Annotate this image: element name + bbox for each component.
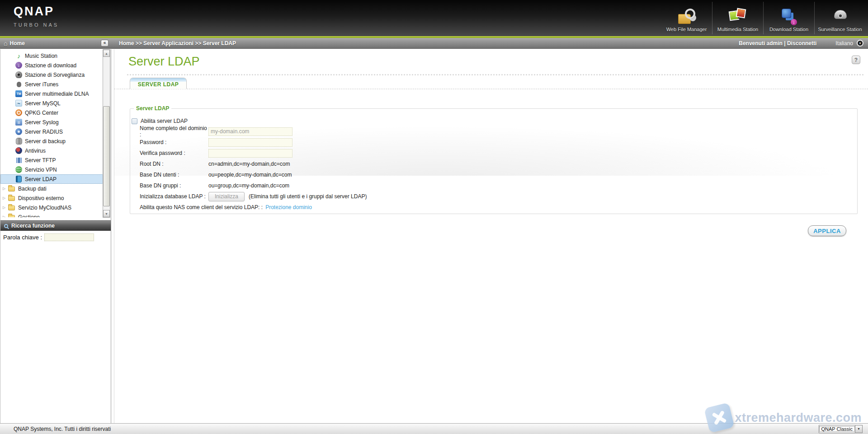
shortcut-label: Web File Manager: [666, 27, 707, 32]
ldap-form: Abilita server LDAPNome completo del dom…: [130, 116, 857, 213]
form-row-users-base-dn: Base DN utenti :ou=people,dc=my-domain,d…: [130, 169, 857, 180]
main-content: Server LDAP ? SERVER LDAP Server LDAP Ab…: [114, 49, 868, 423]
sidebar-item[interactable]: Server MySQL: [0, 98, 103, 108]
expand-icon[interactable]: ▷: [3, 196, 8, 200]
shortcut-multimedia-station[interactable]: Multimedia Station: [712, 2, 763, 34]
sidebar-item[interactable]: Stazione di Sorveglianza: [0, 70, 103, 79]
shortcut-label: Multimedia Station: [717, 27, 759, 32]
form-row-full-domain-name: Nome completo del dominio :: [130, 126, 857, 137]
expand-icon[interactable]: ▷: [3, 187, 8, 191]
keyword-search-row: Parola chiave :: [0, 233, 111, 241]
scroll-down-icon[interactable]: ▼: [103, 210, 110, 217]
form-row-enable-ldap-server: Abilita server LDAP: [130, 116, 857, 126]
app-header: QNAP TURBO NAS Web File ManagerMultimedi…: [0, 0, 868, 36]
sidebar-item-label: Server MySQL: [25, 100, 61, 107]
keyword-label: Parola chiave :: [3, 234, 42, 241]
ldap-client-label: Abilita questo NAS come client del servi…: [140, 204, 263, 210]
domain-security-link[interactable]: Protezione dominio: [265, 204, 312, 210]
sidebar-item[interactable]: Server TFTP: [0, 155, 103, 165]
groups-base-dn-value: ou=group,dc=my-domain,dc=com: [208, 182, 289, 189]
initialize-ldap-database-note: (Elimina tutti gli utenti e i gruppi dal…: [249, 193, 367, 200]
sidebar-item[interactable]: Music Station: [0, 51, 103, 61]
user-separator: |: [783, 40, 787, 47]
theme-select[interactable]: QNAP Classic ▼: [819, 425, 863, 433]
sidebar-item-label: Gestione: [18, 214, 40, 218]
sidebar-item-label: Backup dati: [18, 186, 47, 192]
scrollbar-thumb[interactable]: [103, 106, 110, 206]
folder-icon: [8, 205, 15, 210]
sidebar-menu: Music StationStazione di downloadStazion…: [0, 49, 103, 217]
apple-icon: [15, 81, 22, 88]
multimedia-station-icon: [727, 7, 748, 25]
sidebar-item[interactable]: Server LDAP: [0, 174, 103, 184]
users-base-dn-label: Base DN utenti :: [140, 172, 208, 178]
root-dn-label: Root DN :: [140, 161, 208, 167]
sidebar-item[interactable]: ▷Backup dati: [0, 184, 103, 193]
sidebar-item-label: Server TFTP: [25, 157, 56, 163]
header-shortcuts: Web File ManagerMultimedia StationDownlo…: [661, 2, 865, 34]
sidebar-item[interactable]: Servizio VPN: [0, 165, 103, 174]
password-label: Password :: [140, 139, 208, 145]
logo-subtitle: TURBO NAS: [14, 22, 59, 28]
tab-server-ldap[interactable]: SERVER LDAP: [130, 78, 187, 89]
tab-label: SERVER LDAP: [138, 81, 179, 88]
language-selector[interactable]: Italiano ▼: [835, 40, 863, 47]
verify-password-input[interactable]: [208, 149, 292, 158]
sidebar-item[interactable]: Server multimediale DLNA: [0, 89, 103, 98]
navigation-bar: ⌂ Home « Home >> Server Applicazioni >> …: [0, 38, 868, 49]
logout-link[interactable]: Disconnetti: [787, 40, 816, 47]
password-input[interactable]: [208, 138, 292, 147]
sidebar-item[interactable]: ▷Servizio MyCloudNAS: [0, 203, 103, 212]
sidebar-item-label: Server multimediale DLNA: [25, 91, 89, 97]
initialize-ldap-database-button[interactable]: Inizializza: [208, 192, 245, 201]
download-station-icon: [778, 7, 799, 25]
full-domain-name-input[interactable]: [208, 127, 292, 136]
search-icon: [4, 224, 8, 228]
form-row-root-dn: Root DN :cn=admin,dc=my-domain,dc=com: [130, 159, 857, 169]
sidebar-item[interactable]: Server iTunes: [0, 79, 103, 89]
tftp-icon: [15, 157, 22, 163]
backup-drum-icon: [15, 138, 22, 145]
theme-dropdown-icon[interactable]: ▼: [855, 425, 862, 433]
sidebar-item-label: Server LDAP: [25, 176, 57, 182]
sidebar-item-label: Antivirus: [25, 148, 46, 154]
groups-base-dn-label: Base DN gruppi :: [140, 182, 208, 189]
sidebar-item[interactable]: Server RADIUS: [0, 127, 103, 136]
page-title: Server LDAP: [128, 55, 200, 69]
shortcut-surveillance-station[interactable]: Surveillance Station: [814, 2, 865, 34]
expand-icon[interactable]: ▷: [3, 215, 8, 217]
sidebar-item[interactable]: Antivirus: [0, 146, 103, 155]
surveillance-station-icon: [830, 7, 850, 25]
sidebar-item-label: Server Syslog: [25, 119, 59, 126]
sidebar-item-label: Dispositivo esterno: [18, 195, 64, 201]
music-station-icon: [15, 52, 22, 59]
form-row-groups-base-dn: Base DN gruppi :ou=group,dc=my-domain,dc…: [130, 180, 857, 191]
home-icon: ⌂: [4, 40, 7, 47]
enable-ldap-server-checkbox[interactable]: [132, 118, 137, 124]
sidebar-scrollbar[interactable]: ▲ ▼: [103, 49, 110, 218]
mysql-icon: [15, 100, 22, 107]
shortcut-web-file-manager[interactable]: Web File Manager: [661, 2, 712, 34]
sidebar-collapse-button[interactable]: «: [101, 40, 108, 47]
sidebar-item[interactable]: QPKG Center: [0, 108, 103, 117]
shortcut-label: Surveillance Station: [818, 27, 862, 32]
apply-button[interactable]: APPLICA: [808, 225, 846, 236]
sidebar-item[interactable]: ▷Gestione: [0, 212, 103, 217]
language-dropdown-icon[interactable]: ▼: [857, 40, 863, 47]
sidebar-item[interactable]: Server Syslog: [0, 117, 103, 127]
help-button[interactable]: ?: [852, 56, 860, 64]
keyword-input[interactable]: [44, 233, 94, 241]
sidebar-item[interactable]: ▷Dispositivo esterno: [0, 193, 103, 203]
theme-select-value: QNAP Classic: [819, 426, 855, 432]
scroll-up-icon[interactable]: ▲: [103, 50, 110, 57]
sidebar-item-label: Servizio MyCloudNAS: [18, 205, 71, 211]
shortcut-download-station[interactable]: Download Station: [763, 2, 814, 34]
sidebar-item-label: Stazione di Sorveglianza: [25, 72, 85, 78]
tabstrip-divider: [114, 89, 868, 89]
footer: QNAP Systems, Inc. Tutti i diritti riser…: [0, 423, 868, 434]
sidebar-item[interactable]: Server di backup: [0, 136, 103, 146]
qnap-admin-page: QNAP TURBO NAS Web File ManagerMultimedi…: [0, 0, 868, 434]
qpkg-icon: [15, 109, 22, 116]
expand-icon[interactable]: ▷: [3, 205, 8, 210]
sidebar-item[interactable]: Stazione di download: [0, 61, 103, 70]
